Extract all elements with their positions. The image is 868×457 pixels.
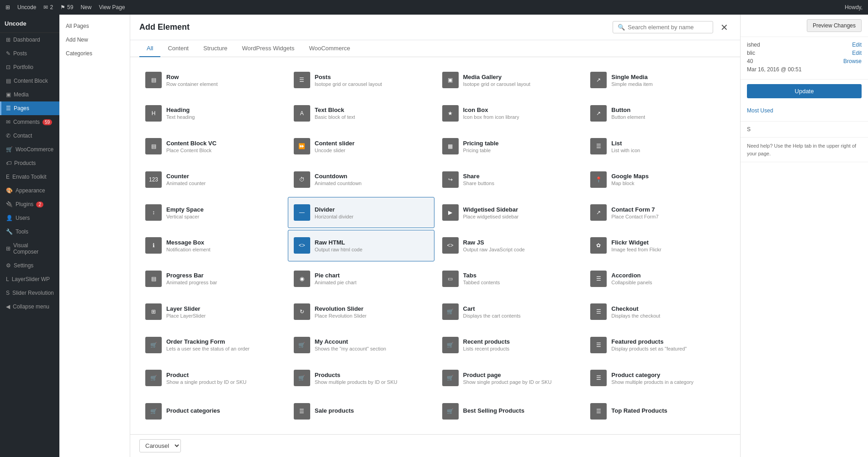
element-card[interactable]: ☰ Sale products [288, 396, 434, 427]
sidebar-item-appearance[interactable]: 🎨 Appearance [0, 184, 59, 197]
sidebar-item-visual-composer[interactable]: ⊞ Visual Composer [0, 239, 59, 259]
element-card[interactable]: ↗ Button Button element [584, 97, 731, 128]
plugins-badge: 2 [36, 202, 43, 207]
element-card[interactable]: ☰ Accordion Collapsible panels [584, 263, 731, 294]
view-page-link[interactable]: View Page [99, 4, 125, 11]
element-card[interactable]: H Heading Text heading [139, 97, 286, 128]
element-card[interactable]: ▦ Pricing table Pricing table [436, 131, 583, 162]
element-icon: 🛒 [145, 370, 162, 386]
sidebar-item-envato[interactable]: E Envato Toolkit [0, 170, 59, 184]
new-link[interactable]: New [80, 4, 91, 11]
sidebar-logo[interactable]: Uncode [0, 15, 59, 33]
sidebar-item-plugins[interactable]: 🔌 Plugins 2 [0, 197, 59, 211]
element-card[interactable]: <> Raw HTML Output raw html code [288, 230, 434, 261]
element-card[interactable]: ↪ Share Share buttons [436, 164, 583, 195]
element-card[interactable]: ▤ Row Row container element [139, 64, 286, 96]
sidebar-item-pages[interactable]: ☰ Pages [0, 101, 59, 115]
element-info: Heading Text heading [166, 106, 195, 120]
tab-woocommerce[interactable]: WooCommerce [302, 40, 357, 57]
element-card[interactable]: ↗ Contact Form 7 Place Contact Form7 [584, 197, 731, 228]
element-card[interactable]: ☰ Featured products Display products set… [584, 329, 731, 361]
element-card[interactable]: 🛒 Order Tracking Form Lets a user see th… [139, 329, 286, 361]
sidebar-item-dashboard[interactable]: ⊞ Dashboard [0, 33, 59, 47]
element-card[interactable]: ★ Icon Box Icon box from icon library [436, 97, 583, 128]
sidebar-item-content-block[interactable]: ▤ Content Block [0, 74, 59, 88]
sidebar-item-slider-revolution[interactable]: S Slider Revolution [0, 286, 59, 300]
element-card[interactable]: ☰ List List with icon [584, 131, 731, 162]
element-card[interactable]: 🛒 Product categories [139, 396, 286, 427]
element-card[interactable]: ▶ Widgetised Sidebar Place widgetised si… [436, 197, 583, 228]
sidebar-item-layerslider[interactable]: L LayerSlider WP [0, 272, 59, 286]
carousel-select[interactable]: CarouselGridSlider [139, 439, 181, 452]
sidebar-item-tools[interactable]: 🔧 Tools [0, 225, 59, 239]
preview-changes-button[interactable]: Preview Changes [807, 19, 862, 32]
most-used-link[interactable]: Most Used [747, 107, 862, 114]
element-card[interactable]: — Divider Horizontal divider [288, 197, 434, 228]
element-card[interactable]: ☰ Product category Show multiple product… [584, 362, 731, 393]
element-card[interactable]: ☰ Checkout Displays the checkout [584, 296, 731, 327]
wp-logo[interactable]: ⊞ [5, 4, 10, 11]
element-card[interactable]: ⏱ Countdown Animated countdown [288, 164, 434, 195]
search-box[interactable]: 🔍 [613, 21, 713, 33]
editor-left-add-new[interactable]: Add New [59, 33, 130, 47]
element-name: Recent products [463, 338, 510, 345]
sidebar-item-contact[interactable]: ✆ Contact [0, 129, 59, 143]
tab-all[interactable]: All [139, 40, 160, 57]
sidebar-item-collapse-menu[interactable]: ◀ Collapse menu [0, 300, 59, 314]
sidebar-item-portfolio[interactable]: ⊡ Portfolio [0, 60, 59, 74]
element-name: Revolution Slider [315, 305, 367, 312]
element-name: Pricing table [463, 140, 499, 147]
element-card[interactable]: ▤ Content Block VC Place Content Block [139, 131, 286, 162]
element-card[interactable]: 📍 Google Maps Map block [584, 164, 731, 195]
element-card[interactable]: ⏩ Content slider Uncode slider [288, 131, 434, 162]
element-card[interactable]: ☰ Posts Isotope grid or carousel layout [288, 64, 434, 96]
close-button[interactable]: ✕ [718, 22, 731, 33]
search-input[interactable] [628, 24, 708, 31]
element-card[interactable]: 🛒 Product page Show single product page … [436, 362, 583, 393]
sidebar-item-settings[interactable]: ⚙ Settings [0, 259, 59, 272]
element-card[interactable]: ↕ Empty Space Vertical spacer [139, 197, 286, 228]
element-card[interactable]: 🛒 Product Show a single product by ID or… [139, 362, 286, 393]
sidebar-item-comments[interactable]: ✉ Comments 59 [0, 115, 59, 129]
visibility-edit-link[interactable]: Edit [852, 50, 862, 56]
tab-content[interactable]: Content [160, 40, 196, 57]
element-card[interactable]: 🛒 Recent products Lists recent products [436, 329, 583, 361]
tab-structure[interactable]: Structure [196, 40, 235, 57]
element-card[interactable]: ▭ Tabs Tabbed contents [436, 263, 583, 294]
element-card[interactable]: 🛒 My Account Shows the "my account" sect… [288, 329, 434, 361]
tab-wordpress-widgets[interactable]: WordPress Widgets [235, 40, 302, 57]
element-card[interactable]: ✿ Flickr Widget Image feed from Flickr [584, 230, 731, 261]
comments-icon[interactable]: ✉ 2 [43, 4, 53, 11]
element-card[interactable]: 🛒 Best Selling Products [436, 396, 583, 427]
element-desc: Output raw html code [315, 247, 363, 252]
element-icon: ▶ [442, 204, 459, 221]
sidebar-item-woocommerce[interactable]: 🛒 WooCommerce [0, 143, 59, 156]
site-name[interactable]: Uncode [17, 4, 36, 11]
element-card[interactable]: 🛒 Cart Displays the cart contents [436, 296, 583, 327]
element-card[interactable]: ↗ Single Media Simple media item [584, 64, 731, 96]
element-card[interactable]: 123 Counter Animated counter [139, 164, 286, 195]
help-text: Need help? Use the Help tab in the upper… [747, 142, 862, 157]
update-button[interactable]: Update [747, 84, 862, 98]
element-card[interactable]: ◉ Pie chart Animated pie chart [288, 263, 434, 294]
element-card[interactable]: <> Raw JS Output raw JavaScript code [436, 230, 583, 261]
element-card[interactable]: 🛒 Products Show multiple products by ID … [288, 362, 434, 393]
element-card[interactable]: ☰ Top Rated Products [584, 396, 731, 427]
status-edit-link[interactable]: Edit [852, 42, 862, 48]
sidebar-item-users[interactable]: 👤 Users [0, 211, 59, 225]
element-card[interactable]: ▣ Media Gallery Isotope grid or carousel… [436, 64, 583, 96]
element-card[interactable]: ↻ Revolution Slider Place Revolution Sli… [288, 296, 434, 327]
element-card[interactable]: ℹ Message Box Notification element [139, 230, 286, 261]
element-desc: Shows the "my account" section [315, 346, 386, 351]
element-card[interactable]: ▤ Progress Bar Animated progress bar [139, 263, 286, 294]
editor-left-all-pages[interactable]: All Pages [59, 19, 130, 33]
editor-left-categories[interactable]: Categories [59, 47, 130, 60]
element-card[interactable]: ⊞ Layer Slider Place LayerSlider [139, 296, 286, 327]
sidebar-item-media[interactable]: ▣ Media [0, 88, 59, 101]
issues-count[interactable]: ⚑ 59 [60, 4, 73, 11]
sidebar-item-products[interactable]: 🏷 Products [0, 156, 59, 170]
sidebar-item-posts[interactable]: ✎ Posts [0, 47, 59, 60]
element-card[interactable]: A Text Block Basic block of text [288, 97, 434, 128]
revisions-browse-link[interactable]: Browse [843, 58, 862, 64]
element-desc: Display products set as "featured" [611, 346, 687, 351]
